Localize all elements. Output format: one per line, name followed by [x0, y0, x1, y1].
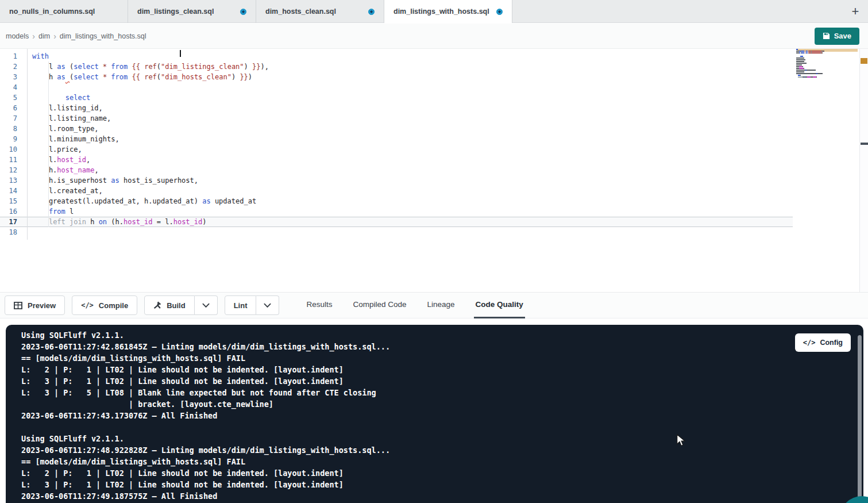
- line-number: 17: [0, 217, 17, 227]
- compile-button[interactable]: </> Compile: [72, 295, 137, 315]
- floppy-disk-icon: [823, 32, 830, 40]
- line-number: 1: [0, 51, 17, 62]
- table-grid-icon: [14, 302, 22, 309]
- lint-dropdown-button[interactable]: [256, 295, 279, 315]
- action-bar: Preview </> Compile Build Lint: [0, 292, 868, 318]
- code-line[interactable]: 4: [0, 82, 793, 93]
- line-number: 2: [0, 62, 17, 72]
- lint-button[interactable]: Lint: [225, 295, 257, 315]
- line-number: 8: [0, 124, 17, 134]
- lint-config-button[interactable]: </> Config: [795, 333, 851, 352]
- save-label: Save: [834, 32, 851, 40]
- code-line[interactable]: 3 h as (select * from {{ ref("dim_hosts_…: [0, 72, 793, 82]
- breadcrumb-item[interactable]: dim_listings_with_hosts.sql: [60, 32, 146, 40]
- line-number: 16: [0, 206, 17, 217]
- code-line[interactable]: 6 l.listing_id,: [0, 103, 793, 113]
- line-number: 3: [0, 72, 17, 82]
- terminal-line: | bracket. [layout.cte_newline]: [21, 398, 794, 410]
- breadcrumb: models›dim›dim_listings_with_hosts.sql: [6, 32, 146, 41]
- code-line[interactable]: 10 l.price,: [0, 144, 793, 155]
- chevron-down-icon: [202, 303, 210, 308]
- compile-label: Compile: [99, 301, 128, 310]
- code-line[interactable]: 12 h.host_name,: [0, 165, 793, 175]
- build-label: Build: [167, 301, 186, 310]
- results-tab-lineage[interactable]: Lineage: [426, 292, 457, 318]
- editor-tab-bar: no_nulls_in_columns.sql dim_listings_cle…: [0, 0, 868, 23]
- results-tab-code-quality[interactable]: Code Quality: [474, 292, 525, 318]
- line-number: 11: [0, 155, 17, 165]
- tab-dim-listings-clean[interactable]: dim_listings_clean.sql: [128, 0, 256, 23]
- terminal-line: 2023-06-06T11:27:43.173076Z – All Finish…: [21, 410, 794, 421]
- build-button-group: Build: [144, 295, 218, 315]
- code-line[interactable]: 5 select: [0, 93, 793, 103]
- breadcrumb-chevron-icon: ›: [32, 32, 35, 41]
- code-line[interactable]: 17 left join h on (h.host_id = l.host_id…: [0, 217, 793, 227]
- line-number: 18: [0, 227, 17, 237]
- unsaved-changes-dot-icon: [368, 9, 375, 15]
- editor-scrollbar[interactable]: [859, 49, 868, 292]
- config-label: Config: [820, 339, 843, 347]
- code-editor[interactable]: 1with2 l as (select * from {{ ref("dim_l…: [0, 49, 868, 292]
- tab-dim-hosts-clean[interactable]: dim_hosts_clean.sql: [256, 0, 384, 23]
- build-button[interactable]: Build: [144, 295, 195, 315]
- editor-minimap[interactable]: [796, 49, 840, 80]
- breadcrumb-item[interactable]: models: [6, 32, 29, 40]
- lint-button-group: Lint: [225, 295, 280, 315]
- code-line[interactable]: 7 l.listing_name,: [0, 113, 793, 124]
- terminal-line: == [models/dim/dim_listings_with_hosts.s…: [21, 456, 794, 467]
- line-number: 9: [0, 134, 17, 144]
- terminal-line: == [models/dim/dim_listings_with_hosts.s…: [21, 352, 794, 364]
- line-number: 14: [0, 186, 17, 196]
- terminal-scrollbar[interactable]: [858, 335, 862, 503]
- results-tab-bar: ResultsCompiled CodeLineageCode Quality: [304, 292, 524, 318]
- breadcrumb-chevron-icon: ›: [53, 32, 56, 41]
- tab-label: dim_listings_clean.sql: [137, 7, 214, 16]
- breadcrumb-item[interactable]: dim: [38, 32, 50, 40]
- line-number: 4: [0, 82, 17, 93]
- code-line[interactable]: 11 l.host_id,: [0, 155, 793, 165]
- tab-no-nulls-in-columns[interactable]: no_nulls_in_columns.sql: [0, 0, 128, 23]
- dbt-cloud-ide: no_nulls_in_columns.sql dim_listings_cle…: [0, 0, 868, 503]
- terminal-line: Using SQLFluff v2.1.1.: [21, 329, 794, 341]
- results-tab-results[interactable]: Results: [304, 292, 334, 318]
- terminal-line: L: 3 | P: 5 | LT08 | Blank line expected…: [21, 387, 794, 398]
- terminal-line: L: 2 | P: 1 | LT02 | Line should not be …: [21, 467, 794, 479]
- save-button[interactable]: Save: [815, 28, 859, 45]
- code-line[interactable]: 14 l.created_at,: [0, 186, 793, 196]
- terminal-output: Using SQLFluff v2.1.1.2023-06-06T11:27:4…: [21, 329, 794, 502]
- line-number: 13: [0, 175, 17, 186]
- build-dropdown-button[interactable]: [195, 295, 218, 315]
- code-line[interactable]: 15 greatest(l.updated_at, h.updated_at) …: [0, 196, 793, 206]
- tab-label: dim_listings_with_hosts.sql: [394, 7, 489, 16]
- unsaved-changes-dot-icon: [496, 9, 503, 15]
- code-icon: </>: [803, 339, 816, 347]
- code-line[interactable]: 18: [0, 227, 793, 237]
- terminal-line: L: 3 | P: 1 | LT02 | Line should not be …: [21, 375, 794, 387]
- text-caret: [180, 50, 181, 57]
- terminal-line: [21, 421, 794, 433]
- terminal-line: 2023-06-06T11:27:42.861845Z – Linting mo…: [21, 341, 794, 352]
- terminal-line: L: 3 | P: 1 | LT02 | Line should not be …: [21, 479, 794, 490]
- line-number: 6: [0, 103, 17, 113]
- lint-label: Lint: [234, 301, 248, 310]
- hammer-icon: [153, 301, 161, 309]
- lint-warning-marker: [861, 58, 867, 64]
- code-line[interactable]: 8 l.room_type,: [0, 124, 793, 134]
- terminal-line: L: 2 | P: 1 | LT02 | Line should not be …: [21, 364, 794, 375]
- new-tab-button[interactable]: +: [843, 0, 868, 23]
- code-line[interactable]: 16 from l: [0, 206, 793, 217]
- preview-button[interactable]: Preview: [5, 295, 65, 315]
- code-line[interactable]: 2 l as (select * from {{ ref("dim_listin…: [0, 62, 793, 72]
- code-line[interactable]: 1with: [0, 51, 793, 62]
- line-number: 7: [0, 113, 17, 124]
- line-number: 10: [0, 144, 17, 155]
- terminal-line: 2023-06-06T11:27:49.187575Z – All Finish…: [21, 490, 794, 502]
- tab-dim-listings-with-hosts[interactable]: dim_listings_with_hosts.sql: [384, 0, 512, 23]
- code-line[interactable]: 9 l.minimum_nights,: [0, 134, 793, 144]
- code-line[interactable]: 13 h.is_superhost as host_is_superhost,: [0, 175, 793, 186]
- code-icon: </>: [81, 301, 94, 309]
- tab-label: dim_hosts_clean.sql: [265, 7, 336, 16]
- line-number: 12: [0, 165, 17, 175]
- scroll-position-marker: [861, 143, 868, 145]
- results-tab-compiled-code[interactable]: Compiled Code: [351, 292, 408, 318]
